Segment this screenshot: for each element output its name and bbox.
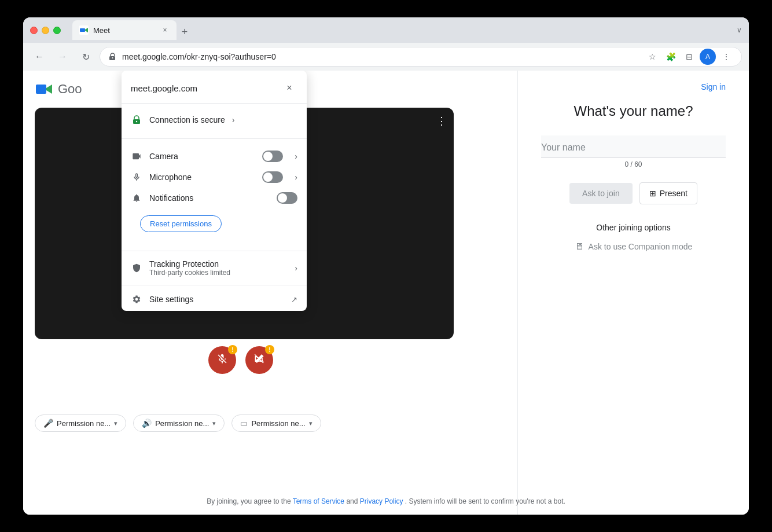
address-actions: ☆ 🧩 ⊟ A ⋮ (644, 49, 734, 65)
tab-title: Meet (93, 26, 156, 35)
navigation-bar: ← → ↻ meet.google.com/okr-znyq-soi?authu… (23, 43, 749, 71)
reset-permissions-button[interactable]: Reset permissions (140, 215, 222, 232)
popup-domain: meet.google.com (131, 83, 197, 93)
cam-warning-badge: ! (265, 345, 274, 354)
notifications-toggle[interactable] (277, 192, 297, 204)
companion-icon: 🖥 (575, 241, 584, 252)
more-menu-button[interactable]: ⋮ (718, 49, 734, 65)
mic-warning-badge: ! (228, 345, 237, 354)
microphone-toggle[interactable] (262, 171, 283, 183)
name-input-container (541, 135, 726, 158)
popup-divider-3 (122, 285, 307, 285)
minimize-window-button[interactable] (42, 27, 49, 34)
tracking-arrow: › (295, 263, 297, 273)
connection-row[interactable]: Connection is secure › (122, 108, 307, 131)
popup-permissions-section: Camera › Microphone › (122, 141, 307, 248)
mute-cam-button[interactable]: ! (245, 346, 273, 374)
tracking-content: Tracking Protection Third-party cookies … (149, 259, 288, 277)
title-bar: Meet × + ∨ (23, 17, 749, 43)
privacy-policy-link[interactable]: Privacy Policy (360, 497, 403, 505)
permission-bar: 🎤 Permission ne... ▾ 🔊 Permission ne... … (35, 414, 321, 432)
present-button[interactable]: ⊞ Present (639, 182, 697, 204)
profile-button[interactable]: A (700, 49, 716, 65)
cam-perm-label: Permission ne... (251, 419, 305, 428)
speaker-permission-button[interactable]: 🔊 Permission ne... ▾ (133, 414, 225, 432)
meet-logo-icon (35, 80, 53, 98)
site-settings-external-icon: ↗ (291, 295, 297, 304)
reload-button[interactable]: ↻ (76, 47, 95, 66)
camera-perm-arrow: › (295, 152, 297, 161)
svg-point-9 (136, 121, 137, 122)
new-tab-button[interactable]: + (177, 24, 193, 40)
site-info-popup: meet.google.com × Connection is secure › (122, 71, 307, 311)
footer-text-before: By joining, you agree to the (207, 497, 293, 505)
extensions-button[interactable]: 🧩 (663, 49, 679, 65)
mute-mic-button[interactable]: ! (208, 346, 236, 374)
camera-perm-icon (131, 151, 142, 162)
popup-divider-1 (122, 138, 307, 139)
page-footer: By joining, you agree to the Terms of Se… (23, 497, 749, 505)
notifications-perm-icon (131, 192, 142, 204)
speaker-perm-icon: 🔊 (142, 419, 152, 428)
notifications-permission-row: Notifications (122, 188, 307, 208)
ask-to-join-button[interactable]: Ask to join (569, 183, 633, 204)
name-input[interactable] (541, 135, 726, 158)
microphone-perm-label: Microphone (149, 173, 192, 182)
active-tab[interactable]: Meet × (72, 20, 177, 40)
close-window-button[interactable] (30, 27, 38, 34)
tab-bar: Meet × + (72, 20, 732, 40)
mic-permission-button[interactable]: 🎤 Permission ne... ▾ (35, 414, 126, 432)
svg-point-4 (112, 57, 113, 58)
tab-close-button[interactable]: × (160, 25, 170, 35)
present-icon: ⊞ (649, 189, 656, 198)
action-buttons: Ask to join ⊞ Present (569, 182, 697, 204)
tracking-sublabel: Third-party cookies limited (149, 269, 288, 277)
meet-logo-text: Goo (58, 82, 82, 97)
other-options-label: Other joining options (596, 223, 670, 232)
security-icon (107, 52, 117, 62)
footer-text-after: . System info will be sent to confirm yo… (405, 497, 565, 505)
site-settings-row[interactable]: Site settings ↗ (122, 288, 307, 311)
cam-perm-icon: ▭ (240, 419, 248, 428)
join-panel: Sign in What's your name? 0 / 60 Ask to … (517, 71, 749, 515)
popup-divider-2 (122, 251, 307, 251)
lock-icon (131, 114, 142, 126)
cam-permission-button[interactable]: ▭ Permission ne... ▾ (231, 414, 321, 432)
split-button[interactable]: ⊟ (681, 49, 697, 65)
popup-connection-section: Connection is secure › (122, 104, 307, 136)
footer-text-middle: and (346, 497, 359, 505)
companion-label: Ask to use Companion mode (589, 242, 693, 251)
meet-logo: Goo (35, 80, 82, 98)
svg-rect-1 (80, 28, 85, 32)
url-text: meet.google.com/okr-znyq-soi?authuser=0 (122, 52, 639, 61)
meet-favicon (79, 25, 89, 35)
back-button[interactable]: ← (30, 47, 49, 66)
popup-close-button[interactable]: × (281, 80, 297, 96)
microphone-permission-row: Microphone › (122, 167, 307, 188)
tracking-protection-row[interactable]: Tracking Protection Third-party cookies … (122, 254, 307, 282)
mic-off-icon (216, 353, 228, 368)
mic-perm-arrow: ▾ (114, 420, 117, 427)
cam-off-icon (253, 353, 265, 368)
mic-perm-arrow-popup: › (295, 173, 297, 182)
video-more-button[interactable]: ⋮ (436, 115, 447, 127)
bookmark-button[interactable]: ☆ (644, 49, 660, 65)
traffic-lights (30, 27, 61, 34)
window-expand-button[interactable]: ∨ (737, 26, 742, 34)
notifications-perm-label: Notifications (149, 193, 193, 203)
mic-perm-icon-popup (131, 171, 142, 183)
camera-toggle[interactable] (262, 151, 283, 162)
tracking-label: Tracking Protection (149, 259, 288, 269)
char-count: 0 / 60 (624, 160, 642, 168)
address-bar[interactable]: meet.google.com/okr-znyq-soi?authuser=0 … (100, 47, 742, 67)
svg-rect-6 (36, 85, 46, 94)
sign-in-link[interactable]: Sign in (701, 82, 726, 91)
mic-perm-icon: 🎤 (43, 419, 53, 428)
present-label: Present (660, 189, 688, 198)
terms-of-service-link[interactable]: Terms of Service (293, 497, 344, 505)
page-content: Goo ⋮ ! (23, 71, 749, 515)
cam-perm-arrow: ▾ (309, 420, 313, 427)
camera-permission-row: Camera › (122, 146, 307, 167)
maximize-window-button[interactable] (53, 27, 61, 34)
settings-icon (131, 293, 142, 305)
